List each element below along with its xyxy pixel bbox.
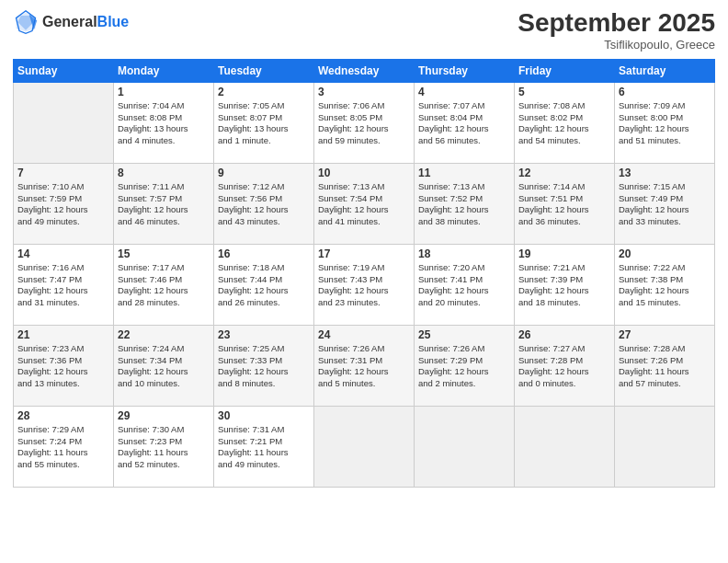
title-block: September 2025 Tsiflikopoulo, Greece	[518, 9, 715, 52]
location: Tsiflikopoulo, Greece	[518, 38, 715, 52]
day-number: 3	[318, 86, 410, 98]
day-info: Sunrise: 7:11 AM Sunset: 7:57 PM Dayligh…	[118, 181, 210, 228]
col-tuesday: Tuesday	[214, 59, 314, 82]
day-info: Sunrise: 7:08 AM Sunset: 8:02 PM Dayligh…	[518, 100, 610, 147]
day-info: Sunrise: 7:15 AM Sunset: 7:49 PM Dayligh…	[619, 181, 711, 228]
day-number: 20	[619, 247, 711, 260]
day-info: Sunrise: 7:26 AM Sunset: 7:31 PM Dayligh…	[318, 343, 410, 390]
logo-general: General	[42, 14, 97, 29]
day-number: 7	[17, 167, 109, 179]
logo-icon	[13, 9, 39, 35]
calendar-cell: 28Sunrise: 7:29 AM Sunset: 7:24 PM Dayli…	[14, 406, 114, 487]
calendar-cell: 29Sunrise: 7:30 AM Sunset: 7:23 PM Dayli…	[114, 406, 214, 487]
day-number: 22	[118, 328, 210, 341]
calendar-cell: 2Sunrise: 7:05 AM Sunset: 8:07 PM Daylig…	[214, 82, 314, 163]
day-info: Sunrise: 7:23 AM Sunset: 7:36 PM Dayligh…	[17, 343, 109, 390]
day-number: 21	[17, 328, 109, 341]
month-title: September 2025	[518, 9, 715, 38]
day-info: Sunrise: 7:26 AM Sunset: 7:29 PM Dayligh…	[418, 343, 510, 390]
calendar-cell: 15Sunrise: 7:17 AM Sunset: 7:46 PM Dayli…	[114, 244, 214, 325]
day-info: Sunrise: 7:19 AM Sunset: 7:43 PM Dayligh…	[318, 262, 410, 309]
day-number: 27	[619, 328, 711, 341]
day-info: Sunrise: 7:04 AM Sunset: 8:08 PM Dayligh…	[118, 100, 210, 147]
week-row-1: 1Sunrise: 7:04 AM Sunset: 8:08 PM Daylig…	[14, 82, 715, 163]
calendar-cell: 3Sunrise: 7:06 AM Sunset: 8:05 PM Daylig…	[314, 82, 415, 163]
day-info: Sunrise: 7:30 AM Sunset: 7:23 PM Dayligh…	[118, 424, 210, 471]
day-number: 30	[218, 409, 310, 422]
week-row-4: 21Sunrise: 7:23 AM Sunset: 7:36 PM Dayli…	[14, 325, 715, 406]
day-number: 16	[218, 247, 310, 260]
calendar-cell: 27Sunrise: 7:28 AM Sunset: 7:26 PM Dayli…	[615, 325, 715, 406]
calendar-cell: 30Sunrise: 7:31 AM Sunset: 7:21 PM Dayli…	[214, 406, 314, 487]
calendar-cell: 7Sunrise: 7:10 AM Sunset: 7:59 PM Daylig…	[14, 163, 114, 244]
day-info: Sunrise: 7:31 AM Sunset: 7:21 PM Dayligh…	[218, 424, 310, 471]
calendar-cell	[314, 406, 415, 487]
col-thursday: Thursday	[415, 59, 515, 82]
week-row-5: 28Sunrise: 7:29 AM Sunset: 7:24 PM Dayli…	[14, 406, 715, 487]
day-number: 18	[418, 247, 510, 260]
day-number: 10	[318, 167, 410, 179]
day-number: 23	[218, 328, 310, 341]
calendar-cell: 21Sunrise: 7:23 AM Sunset: 7:36 PM Dayli…	[14, 325, 114, 406]
calendar-cell: 22Sunrise: 7:24 AM Sunset: 7:34 PM Dayli…	[114, 325, 214, 406]
logo: GeneralBlue	[13, 9, 129, 35]
calendar-cell: 18Sunrise: 7:20 AM Sunset: 7:41 PM Dayli…	[415, 244, 515, 325]
day-info: Sunrise: 7:27 AM Sunset: 7:28 PM Dayligh…	[518, 343, 610, 390]
calendar-cell: 5Sunrise: 7:08 AM Sunset: 8:02 PM Daylig…	[515, 82, 615, 163]
week-row-2: 7Sunrise: 7:10 AM Sunset: 7:59 PM Daylig…	[14, 163, 715, 244]
week-row-3: 14Sunrise: 7:16 AM Sunset: 7:47 PM Dayli…	[14, 244, 715, 325]
day-info: Sunrise: 7:13 AM Sunset: 7:52 PM Dayligh…	[418, 181, 510, 228]
calendar-cell	[14, 82, 114, 163]
day-info: Sunrise: 7:20 AM Sunset: 7:41 PM Dayligh…	[418, 262, 510, 309]
day-number: 14	[17, 247, 109, 260]
day-info: Sunrise: 7:12 AM Sunset: 7:56 PM Dayligh…	[218, 181, 310, 228]
day-info: Sunrise: 7:09 AM Sunset: 8:00 PM Dayligh…	[619, 100, 711, 147]
day-info: Sunrise: 7:05 AM Sunset: 8:07 PM Dayligh…	[218, 100, 310, 147]
calendar-table: Sunday Monday Tuesday Wednesday Thursday…	[13, 59, 715, 488]
day-number: 26	[518, 328, 610, 341]
day-info: Sunrise: 7:14 AM Sunset: 7:51 PM Dayligh…	[518, 181, 610, 228]
calendar-cell: 26Sunrise: 7:27 AM Sunset: 7:28 PM Dayli…	[515, 325, 615, 406]
day-info: Sunrise: 7:29 AM Sunset: 7:24 PM Dayligh…	[17, 424, 109, 471]
day-number: 15	[118, 247, 210, 260]
day-number: 2	[218, 86, 310, 98]
calendar-cell: 20Sunrise: 7:22 AM Sunset: 7:38 PM Dayli…	[615, 244, 715, 325]
calendar-cell: 1Sunrise: 7:04 AM Sunset: 8:08 PM Daylig…	[114, 82, 214, 163]
page: GeneralBlue September 2025 Tsiflikopoulo…	[0, 0, 728, 563]
calendar-cell: 24Sunrise: 7:26 AM Sunset: 7:31 PM Dayli…	[314, 325, 415, 406]
calendar-cell: 11Sunrise: 7:13 AM Sunset: 7:52 PM Dayli…	[415, 163, 515, 244]
header: GeneralBlue September 2025 Tsiflikopoulo…	[13, 9, 715, 52]
day-number: 5	[518, 86, 610, 98]
col-friday: Friday	[515, 59, 615, 82]
day-number: 17	[318, 247, 410, 260]
day-number: 29	[118, 409, 210, 422]
calendar-cell: 25Sunrise: 7:26 AM Sunset: 7:29 PM Dayli…	[415, 325, 515, 406]
day-number: 12	[518, 167, 610, 179]
day-info: Sunrise: 7:16 AM Sunset: 7:47 PM Dayligh…	[17, 262, 109, 309]
calendar-cell: 17Sunrise: 7:19 AM Sunset: 7:43 PM Dayli…	[314, 244, 415, 325]
calendar-cell: 23Sunrise: 7:25 AM Sunset: 7:33 PM Dayli…	[214, 325, 314, 406]
calendar-cell: 19Sunrise: 7:21 AM Sunset: 7:39 PM Dayli…	[515, 244, 615, 325]
day-number: 1	[118, 86, 210, 98]
day-number: 11	[418, 167, 510, 179]
day-number: 24	[318, 328, 410, 341]
header-row: Sunday Monday Tuesday Wednesday Thursday…	[14, 59, 715, 82]
col-sunday: Sunday	[14, 59, 114, 82]
day-number: 6	[619, 86, 711, 98]
day-info: Sunrise: 7:06 AM Sunset: 8:05 PM Dayligh…	[318, 100, 410, 147]
calendar-cell	[515, 406, 615, 487]
calendar-cell: 9Sunrise: 7:12 AM Sunset: 7:56 PM Daylig…	[214, 163, 314, 244]
calendar-cell: 8Sunrise: 7:11 AM Sunset: 7:57 PM Daylig…	[114, 163, 214, 244]
day-info: Sunrise: 7:10 AM Sunset: 7:59 PM Dayligh…	[17, 181, 109, 228]
day-info: Sunrise: 7:18 AM Sunset: 7:44 PM Dayligh…	[218, 262, 310, 309]
calendar-cell	[615, 406, 715, 487]
calendar-cell: 10Sunrise: 7:13 AM Sunset: 7:54 PM Dayli…	[314, 163, 415, 244]
calendar-cell: 12Sunrise: 7:14 AM Sunset: 7:51 PM Dayli…	[515, 163, 615, 244]
col-wednesday: Wednesday	[314, 59, 415, 82]
day-number: 28	[17, 409, 109, 422]
day-number: 25	[418, 328, 510, 341]
day-number: 13	[619, 167, 711, 179]
day-info: Sunrise: 7:07 AM Sunset: 8:04 PM Dayligh…	[418, 100, 510, 147]
day-number: 19	[518, 247, 610, 260]
day-info: Sunrise: 7:21 AM Sunset: 7:39 PM Dayligh…	[518, 262, 610, 309]
